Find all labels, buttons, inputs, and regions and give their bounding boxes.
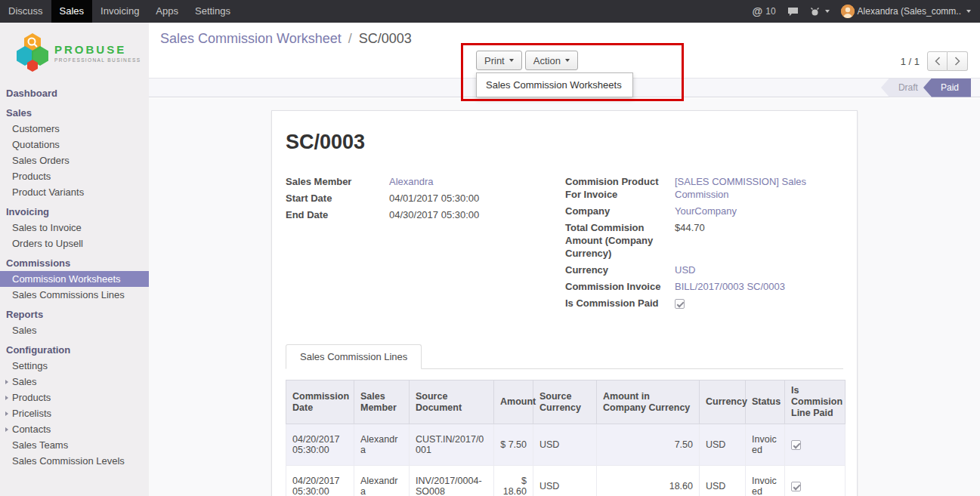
sidebar-item-sales-to-invoice[interactable]: Sales to Invoice [0,220,149,236]
mention-count: 10 [765,6,775,17]
mentions-button[interactable]: @ 10 [753,5,776,17]
sidebar-item-label: Customers [12,123,60,134]
topbar-menu-sales[interactable]: Sales [51,0,93,23]
topbar-menu-settings[interactable]: Settings [187,0,239,23]
user-menu[interactable]: Alexandra (Sales_comm.. [841,5,971,18]
pager-previous-button[interactable] [927,51,948,71]
chevron-right-icon [5,396,8,400]
field-link-commision-product-for-invoice[interactable]: [SALES COMMISSION] Sales Commission [675,176,806,200]
field-link-company[interactable]: YourCompany [675,205,737,217]
breadcrumb-parent-link[interactable]: Sales Commission Worksheet [160,31,342,46]
field-label: Total Commision Amount (Company Currency… [565,221,675,260]
sidebar-section-invoicing[interactable]: Invoicing [0,203,149,220]
sidebar-item-sales-commissions-lines[interactable]: Sales Commissions Lines [0,287,149,303]
sidebar-item-product-variants[interactable]: Product Variants [0,184,149,200]
sidebar-section-sales[interactable]: Sales [0,104,149,121]
field-label: Commission Invoice [565,280,675,293]
sidebar-item-label: Sales [12,325,37,336]
field-value: [SALES COMMISSION] Sales Commission [675,175,843,201]
sidebar-item-label: Pricelists [12,408,51,419]
pager-next-button[interactable] [948,51,968,71]
chevron-down-icon [966,10,971,13]
cell-amount: $ 7.50 [494,424,533,466]
topbar-menu-discuss[interactable]: Discuss [0,0,51,23]
field-label: End Date [286,208,389,221]
dropdown-item-sales-commission-worksheets[interactable]: Sales Commission Worksheets [477,75,632,94]
sidebar-item-products[interactable]: Products [0,390,149,405]
sidebar-item-sales-commission-levels[interactable]: Sales Commission Levels [0,453,149,469]
sidebar-item-label: Sales Commission Levels [12,455,125,467]
sidebar-item-sales[interactable]: Sales [0,374,149,390]
field-total-commision-amount-company-currency: Total Commision Amount (Company Currency… [565,221,843,260]
probuse-logo-icon [17,33,48,72]
field-label: Sales Member [286,175,389,188]
sidebar-item-label: Contacts [12,424,51,435]
table-row[interactable]: 04/20/2017 05:30:00AlexandraINV/2017/000… [286,466,846,496]
sidebar-item-sales-teams[interactable]: Sales Teams [0,437,149,453]
breadcrumb-current: SC/0003 [359,31,412,46]
sidebar-section-configuration[interactable]: Configuration [0,341,149,358]
field-currency: CurrencyUSD [565,263,843,276]
chat-button[interactable] [787,7,799,17]
tab-sales-commission-lines[interactable]: Sales Commission Lines [286,344,422,369]
fields-right-column: Commision Product For Invoice[SALES COMM… [565,175,843,313]
status-paid[interactable]: Paid [923,79,971,97]
checkbox-checked-icon [791,482,801,491]
sidebar-item-sales-orders[interactable]: Sales Orders [0,152,149,168]
cell-member: Alexandra [354,424,410,466]
field-label: Is Commission Paid [565,297,675,310]
field-sales-member: Sales MemberAlexandra [286,175,565,188]
field-value [675,297,843,310]
table-row[interactable]: 04/20/2017 05:30:00AlexandraCUST.IN/2017… [286,424,846,466]
table-body: 04/20/2017 05:30:00AlexandraCUST.IN/2017… [286,424,846,496]
sidebar-item-quotations[interactable]: Quotations [0,137,149,152]
status-draft[interactable]: Draft [881,79,930,97]
sidebar-item-label: Sales to Invoice [12,222,82,233]
cell-company_amount: 18.60 [597,466,700,496]
commission-lines-table: Commission DateSales MemberSource Docume… [286,380,846,496]
topbar: DiscussSalesInvoicingAppsSettings @ 10 A… [0,0,980,23]
field-link-sales-member[interactable]: Alexandra [389,176,434,187]
field-label: Start Date [286,192,389,205]
sidebar-section-commissions[interactable]: Commissions [0,254,149,271]
main-content: Sales Commission Worksheet / SC/0003 Pri… [149,23,980,496]
cell-currency: USD [700,466,746,496]
column-header-currency: Currency [700,380,746,424]
sidebar-section-dashboard[interactable]: Dashboard [0,85,149,101]
probuse-logo: PROBUSE PROFESSIONAL BUSINESS [0,23,149,82]
sidebar-item-orders-to-upsell[interactable]: Orders to Upsell [0,236,149,251]
cell-source: CUST.IN/2017/0001 [410,424,494,466]
sidebar-item-products[interactable]: Products [0,168,149,184]
pager: 1 / 1 [901,51,968,71]
print-button-label: Print [484,55,505,66]
field-link-commission-invoice[interactable]: BILL/2017/0003 SC/0003 [675,281,785,292]
action-button[interactable]: Action [525,51,578,70]
print-button[interactable]: Print [476,51,522,70]
field-commission-invoice: Commission InvoiceBILL/2017/0003 SC/0003 [565,280,843,293]
sidebar-item-commission-worksheets[interactable]: Commission Worksheets [0,271,149,287]
debug-menu-button[interactable] [810,7,830,17]
sidebar-item-label: Quotations [12,139,60,150]
field-value: YourCompany [675,205,843,217]
print-dropdown: Sales Commission Worksheets [476,72,633,97]
sidebar-item-label: Settings [12,360,48,371]
checkbox-checked-icon [791,440,801,450]
sidebar-section-reports[interactable]: Reports [0,306,149,322]
statusbar: DraftPaid [881,79,971,97]
bug-icon [810,7,820,17]
cell-source_currency: USD [533,424,597,466]
sidebar-item-sales[interactable]: Sales [0,322,149,338]
sidebar-item-customers[interactable]: Customers [0,121,149,137]
field-link-currency[interactable]: USD [675,264,695,276]
form-area: SC/0003 Sales MemberAlexandraStart Date0… [149,98,980,496]
sidebar-item-settings[interactable]: Settings [0,358,149,374]
sidebar-item-pricelists[interactable]: Pricelists [0,405,149,421]
cell-currency: USD [700,424,746,466]
sidebar-item-contacts[interactable]: Contacts [0,421,149,437]
sidebar-item-label: Sales Teams [12,439,68,451]
record-title: SC/0003 [286,131,843,154]
column-header-amount: Amount [494,380,533,424]
topbar-menu-invoicing[interactable]: Invoicing [92,0,147,23]
topbar-menu-apps[interactable]: Apps [147,0,187,23]
field-value: 04/01/2017 05:30:00 [389,192,565,205]
